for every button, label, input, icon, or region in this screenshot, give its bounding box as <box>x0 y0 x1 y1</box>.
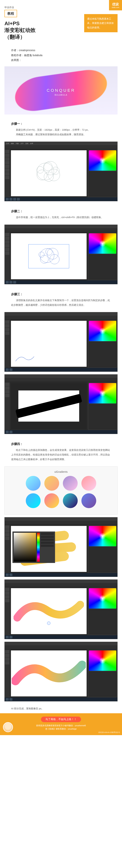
menu-item[interactable]: 编辑 <box>11 143 14 145</box>
windows-taskbar[interactable] <box>5 635 117 639</box>
ai-right-panels[interactable] <box>88 525 117 573</box>
tool-icon[interactable] <box>5 533 9 536</box>
taskbar-icon[interactable] <box>9 698 12 701</box>
ai-menubar[interactable] <box>5 580 117 583</box>
tool-icon[interactable] <box>5 154 9 157</box>
ai-right-panels[interactable] <box>88 587 117 635</box>
ai-right-panels[interactable] <box>88 320 117 368</box>
tool-icon[interactable] <box>5 529 9 533</box>
ai-artboard[interactable] <box>11 233 87 279</box>
tool-icon[interactable] <box>5 320 9 324</box>
menu-item[interactable]: 文件 <box>6 143 9 145</box>
tool-icon[interactable] <box>5 537 9 540</box>
tool-icon[interactable] <box>5 394 9 397</box>
taskbar-icon[interactable] <box>6 698 9 701</box>
ai-right-panels[interactable] <box>88 232 117 280</box>
ai-tool-panel[interactable] <box>5 149 10 197</box>
layers-panel[interactable] <box>89 610 116 634</box>
tool-icon[interactable] <box>5 233 9 236</box>
layers-panel[interactable] <box>89 672 116 696</box>
ai-tool-panel[interactable] <box>5 232 10 280</box>
hue-strip[interactable] <box>37 533 40 562</box>
color-field[interactable] <box>14 533 36 562</box>
value-input[interactable] <box>41 533 54 535</box>
color-panel[interactable] <box>89 233 116 254</box>
tool-icon[interactable] <box>5 150 9 153</box>
ai-right-panels[interactable] <box>88 649 117 698</box>
ai-right-panels[interactable] <box>88 382 117 430</box>
tool-icon[interactable] <box>5 248 9 251</box>
ai-control-bar[interactable] <box>5 316 117 320</box>
taskbar-icon[interactable] <box>9 281 12 283</box>
value-input[interactable] <box>41 545 54 547</box>
taskbar-icon[interactable] <box>9 574 12 576</box>
tool-icon[interactable] <box>5 654 9 657</box>
tool-icon[interactable] <box>5 526 9 529</box>
tool-icon[interactable] <box>5 650 9 653</box>
value-input[interactable] <box>41 539 54 541</box>
taskbar-icon[interactable] <box>13 281 16 283</box>
menu-item[interactable]: 文字 <box>21 143 24 145</box>
tool-icon[interactable] <box>5 595 9 598</box>
gradient-swatch[interactable] <box>82 476 96 491</box>
color-panel[interactable] <box>89 321 116 341</box>
tool-icon[interactable] <box>5 588 9 591</box>
color-panel[interactable] <box>89 650 116 671</box>
ai-menubar[interactable] <box>5 517 117 521</box>
gradient-swatch[interactable] <box>63 493 78 508</box>
color-values[interactable] <box>41 533 54 562</box>
tool-icon[interactable] <box>5 328 9 331</box>
tool-icon[interactable] <box>5 237 9 240</box>
ai-artboard[interactable] <box>11 588 87 634</box>
ai-control-bar[interactable] <box>5 645 117 649</box>
windows-taskbar[interactable] <box>5 368 117 372</box>
color-panel[interactable] <box>89 526 116 546</box>
tool-icon[interactable] <box>5 599 9 602</box>
ai-menubar[interactable]: 文件 编辑 对象 文字 选择 效果 <box>5 142 117 145</box>
taskbar-icon[interactable] <box>6 431 9 433</box>
tool-icon[interactable] <box>5 383 9 386</box>
color-panel[interactable] <box>89 588 116 609</box>
tool-icon[interactable] <box>5 661 9 664</box>
taskbar-icon[interactable] <box>9 431 12 433</box>
menu-item[interactable]: 效果 <box>30 143 33 145</box>
taskbar-icon[interactable] <box>13 198 16 200</box>
ai-artboard[interactable] <box>11 650 87 696</box>
tool-icon[interactable] <box>5 161 9 164</box>
layers-panel[interactable] <box>89 342 116 367</box>
tool-icon[interactable] <box>5 244 9 247</box>
taskbar-icon[interactable] <box>9 636 12 639</box>
ai-menubar[interactable] <box>5 642 117 645</box>
taskbar-icon[interactable] <box>17 198 20 200</box>
ai-menubar[interactable] <box>5 225 117 228</box>
windows-taskbar[interactable] <box>5 280 117 284</box>
windows-taskbar[interactable] <box>5 698 117 701</box>
tool-icon[interactable] <box>5 591 9 595</box>
tool-icon[interactable] <box>5 657 9 661</box>
tool-icon[interactable] <box>5 157 9 161</box>
tool-icon[interactable] <box>5 324 9 328</box>
value-input[interactable] <box>41 542 54 544</box>
ai-right-panels[interactable] <box>88 149 117 197</box>
ai-control-bar[interactable] <box>5 378 117 382</box>
tool-icon[interactable] <box>5 332 9 335</box>
taskbar-icon[interactable] <box>9 368 12 371</box>
ai-tool-panel[interactable] <box>5 320 10 368</box>
ai-artboard[interactable] <box>11 526 87 572</box>
windows-taskbar[interactable] <box>5 430 117 434</box>
ai-artboard-dark[interactable] <box>11 383 87 429</box>
windows-taskbar[interactable] <box>5 197 117 201</box>
color-panel[interactable] <box>89 150 116 171</box>
menu-item[interactable]: 对象 <box>16 143 19 145</box>
ai-tool-panel[interactable] <box>5 587 10 635</box>
color-panel[interactable] <box>89 383 116 403</box>
tool-icon[interactable] <box>5 386 9 390</box>
taskbar-icon[interactable] <box>6 574 9 576</box>
layers-panel[interactable] <box>89 548 116 572</box>
taskbar-icon[interactable] <box>6 281 9 283</box>
ai-menubar[interactable] <box>5 374 117 378</box>
taskbar-icon[interactable] <box>6 198 9 200</box>
ai-menubar[interactable] <box>5 312 117 316</box>
ai-control-bar[interactable] <box>5 228 117 232</box>
gradient-swatch[interactable] <box>44 476 59 491</box>
